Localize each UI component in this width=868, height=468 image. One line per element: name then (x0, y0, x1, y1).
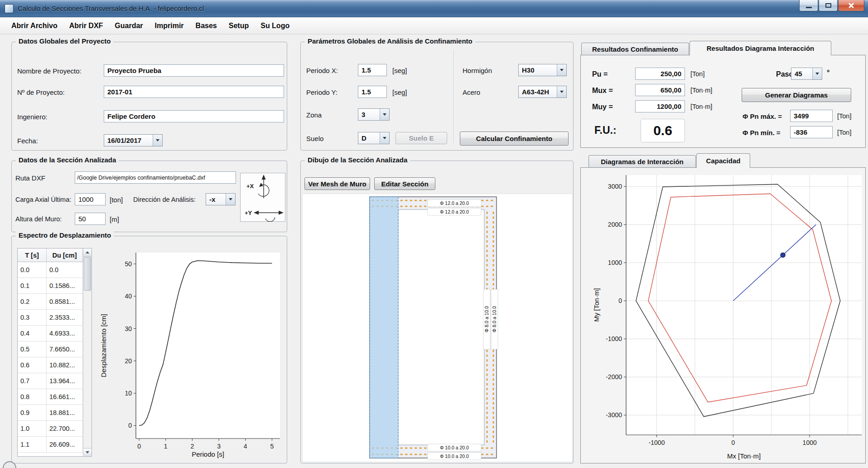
carga-axial-input[interactable] (75, 193, 106, 205)
group-title-datos-globales: Datos Globales del Proyecto (16, 37, 113, 45)
group-datos-globales: Datos Globales del Proyecto Nombre de Pr… (11, 42, 287, 151)
pu-input[interactable] (635, 68, 685, 80)
table-row[interactable]: 0.32.3533... (18, 310, 83, 326)
direccion-select[interactable]: -x (206, 193, 236, 205)
table-row[interactable]: 0.10.1586... (18, 278, 83, 294)
table-cell: 1.0 (18, 421, 47, 436)
pn-max-label: Φ Pn máx. = (743, 112, 782, 120)
menu-item-setup[interactable]: Setup (223, 19, 255, 33)
column-header-t[interactable]: T [s] (18, 249, 47, 262)
table-row[interactable]: 0.918.881... (18, 405, 83, 421)
editar-seccion-button[interactable]: Editar Sección (374, 177, 435, 190)
menu-item-bases[interactable]: Bases (190, 19, 223, 33)
paso-unit: ° (827, 69, 829, 77)
mux-input[interactable] (635, 84, 685, 96)
nombre-proyecto-input[interactable] (104, 64, 284, 77)
group-datos-seccion: Datos de la Sección Analizada Ruta DXF C… (11, 161, 287, 232)
numero-proyecto-input[interactable] (104, 86, 284, 98)
maximize-button[interactable] (819, 0, 838, 11)
svg-text:10: 10 (125, 390, 132, 397)
periodo-x-input[interactable] (358, 64, 387, 76)
table-row[interactable]: 1.126.609... (18, 437, 83, 453)
table-row[interactable]: 0.610.882... (18, 357, 83, 373)
suelo-e-button[interactable]: Suelo E (395, 132, 447, 144)
menu-item-abrir-dxf[interactable]: Abrir DXF (63, 19, 109, 33)
acero-select[interactable]: A63-42H (518, 86, 567, 98)
pn-min-input[interactable] (790, 126, 833, 138)
svg-text:1: 1 (164, 443, 168, 450)
muy-unit: [Ton·m] (690, 103, 712, 110)
table-row[interactable]: 1.022.700... (18, 421, 83, 437)
rebar-label-bottom-2: Φ 10.0 a 20.0 (440, 453, 469, 459)
tab-resultados-confinamiento[interactable]: Resultados Confinamiento (581, 43, 689, 55)
group-title-espectro: Espectro de Desplazamiento (16, 231, 114, 239)
paso-select[interactable]: 45 (791, 68, 822, 80)
interaction-chart: -100001000-3000-2000-10000100020003000Mx… (581, 168, 865, 463)
table-row[interactable]: 0.57.6650... (18, 341, 83, 357)
svg-text:-3000: -3000 (606, 411, 622, 419)
table-cell: 0.5 (18, 341, 47, 357)
svg-text:Periodo [s]: Periodo [s] (192, 450, 224, 458)
espectro-table-header: T [s] Du [cm] (18, 249, 83, 262)
dropdown-arrow-icon (557, 64, 566, 76)
ver-mesh-button[interactable]: Ver Mesh de Muro (304, 177, 370, 190)
tab-capacidad[interactable]: Capacidad (696, 153, 750, 168)
table-cell: 0.4 (18, 326, 47, 341)
table-row[interactable]: 0.00.0 (18, 262, 83, 278)
table-scrollbar[interactable] (83, 249, 92, 456)
altura-muro-input[interactable] (75, 213, 106, 225)
acero-value: A63-42H (519, 86, 557, 98)
spectrum-chart: 01234501020304050Periodo [s]Desplazamien… (96, 246, 285, 461)
tab-resultados-diagrama-interaccion[interactable]: Resultados Diagrama Interacción (690, 41, 831, 55)
menu-item-guardar[interactable]: Guardar (109, 19, 149, 33)
rebar-label-web-2: Φ 8.0 a 10.0 (492, 306, 497, 332)
menu-item-abrir-archivo[interactable]: Abrir Archivo (5, 19, 63, 33)
close-button[interactable] (838, 0, 864, 11)
fecha-select[interactable]: 16/01/2017 (104, 134, 163, 146)
zona-select[interactable]: 3 (358, 108, 390, 121)
axis-orientation-icon: +X +Y (240, 173, 285, 222)
panel-resultados-diagrama: Pu = [Ton] Mux = [Ton·m] Muy = [Ton·m] F… (580, 55, 866, 148)
minimize-button[interactable] (799, 0, 818, 11)
table-cell: 1.1 (18, 437, 47, 452)
scroll-thumb[interactable] (84, 257, 91, 291)
confined-zone-highlight[interactable] (370, 197, 398, 458)
ruta-dxf-input[interactable] (75, 171, 236, 184)
table-cell: 0.3 (18, 310, 47, 325)
espectro-table: T [s] Du [cm] 0.00.00.10.1586...0.20.858… (17, 248, 92, 457)
periodo-y-input[interactable] (358, 86, 387, 98)
section-drawing: Φ 12.0 a 20.0 Φ 12.0 a 20.0 Φ 8.0 a 10.0… (303, 194, 573, 463)
tab-label: Resultados Diagrama Interacción (707, 44, 815, 52)
generar-diagramas-button[interactable]: Generar Diagramas (742, 88, 851, 102)
table-row[interactable]: 0.44.6933... (18, 326, 83, 341)
table-row[interactable]: 0.713.964... (18, 373, 83, 389)
rebar-label-top-2: Φ 12.0 a 20.0 (440, 209, 469, 214)
scroll-down-button[interactable] (83, 448, 92, 456)
svg-text:4: 4 (244, 443, 247, 450)
pn-max-input[interactable] (790, 110, 833, 122)
table-cell: 22.700... (47, 421, 83, 436)
scroll-track[interactable] (83, 291, 92, 448)
column-header-du[interactable]: Du [cm] (47, 249, 83, 262)
direccion-label: Dirección de Análisis: (133, 196, 196, 203)
tab-diagramas-interaccion[interactable]: Diagramas de Interacción (588, 155, 696, 167)
svg-text:0: 0 (137, 443, 141, 450)
muy-input[interactable] (635, 100, 685, 112)
hormigon-select[interactable]: H30 (518, 64, 567, 76)
calcular-confinamiento-button[interactable]: Calcular Confinamiento (460, 132, 569, 146)
app-window: Calculo de Secciones Transversales de H.… (0, 0, 868, 468)
dropdown-arrow-icon (557, 86, 566, 98)
group-parametros: Parámetros Globales de Análisis de Confi… (300, 42, 574, 151)
periodo-x-label: Periodo X: (306, 67, 338, 74)
table-row[interactable]: 0.20.8581... (18, 294, 83, 310)
table-row[interactable]: 0.816.661... (18, 389, 83, 405)
suelo-select[interactable]: D (358, 132, 390, 144)
ingeniero-input[interactable] (104, 110, 284, 122)
table-cell: 0.7 (18, 373, 47, 389)
altura-muro-label: Altura del Muro: (15, 215, 62, 223)
scroll-up-button[interactable] (83, 249, 92, 257)
scroll-down-icon (86, 451, 89, 453)
menu-item-su-logo[interactable]: Su Logo (255, 19, 295, 33)
menu-item-imprimir[interactable]: Imprimir (149, 19, 190, 33)
svg-text:My [Ton·m]: My [Ton·m] (593, 288, 600, 322)
